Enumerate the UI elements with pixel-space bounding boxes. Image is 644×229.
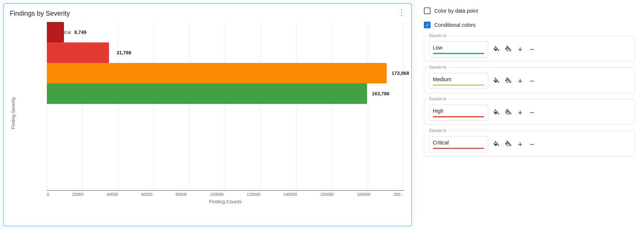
- condition-value-box-high[interactable]: High: [429, 105, 488, 121]
- conditional-colors-checkbox[interactable]: ✓: [424, 22, 431, 28]
- equals-to-label-high: Equals to: [428, 96, 448, 101]
- bar-row-low: Low163,786: [47, 83, 404, 104]
- chart-body: Finding Severity: [10, 22, 404, 204]
- paint-bucket-outline-icon-low[interactable]: [503, 44, 513, 55]
- y-axis-label: Finding Severity: [11, 97, 16, 129]
- bar-row-medium: Medium173,968: [47, 63, 404, 83]
- add-condition-button-medium[interactable]: +: [515, 76, 525, 86]
- condition-block-medium: Equals to Medium + −: [424, 67, 635, 93]
- condition-content-high: High + −: [429, 105, 630, 121]
- paint-bucket-filled-icon-high[interactable]: [491, 108, 502, 118]
- x-axis: 0200004000060000800001000001200001400001…: [47, 190, 404, 204]
- add-condition-button-low[interactable]: +: [515, 44, 525, 55]
- x-tick-9: 180000: [357, 192, 371, 197]
- condition-actions-medium: + −: [491, 76, 537, 86]
- x-tick-0: 0: [47, 192, 49, 197]
- bar-value-high: 31,788: [116, 50, 131, 55]
- condition-content-medium: Medium + −: [429, 73, 630, 89]
- chart-panel: Findings by Severity ⋮ Finding Severity: [3, 3, 412, 226]
- paint-bucket-filled-icon-medium[interactable]: [491, 76, 502, 86]
- equals-to-label-critical: Equals to: [428, 128, 448, 133]
- x-tick-1: 20000: [72, 192, 84, 197]
- condition-value-medium: Medium: [433, 76, 484, 82]
- condition-value-low: Low: [433, 45, 484, 51]
- x-axis-label: Finding Counts: [47, 199, 404, 204]
- x-tick-7: 140000: [283, 192, 297, 197]
- condition-actions-high: + −: [491, 108, 537, 118]
- remove-condition-button-medium[interactable]: −: [527, 76, 537, 86]
- y-axis-label-container: Finding Severity: [10, 22, 17, 204]
- equals-to-label-medium: Equals to: [428, 65, 448, 69]
- condition-value-critical: Critical: [433, 140, 484, 146]
- remove-condition-button-low[interactable]: −: [527, 44, 537, 55]
- add-condition-button-critical[interactable]: +: [515, 139, 525, 150]
- paint-bucket-filled-icon-low[interactable]: [491, 44, 502, 55]
- color-by-data-point-checkbox[interactable]: [424, 7, 431, 14]
- condition-value-high: High: [433, 108, 484, 114]
- bars-area: Critical8,749High31,788Medium173,968Low1…: [17, 22, 404, 190]
- condition-value-box-critical[interactable]: Critical: [429, 136, 488, 152]
- add-condition-button-high[interactable]: +: [515, 108, 525, 118]
- paint-bucket-outline-icon-medium[interactable]: [503, 76, 513, 86]
- condition-value-box-low[interactable]: Low: [429, 41, 488, 57]
- condition-actions-low: + −: [491, 44, 537, 55]
- condition-actions-critical: + −: [491, 139, 537, 150]
- bar-row-high: High31,788: [47, 42, 404, 63]
- x-tick-4: 80000: [176, 192, 187, 197]
- bar-track-low: 163,786: [47, 83, 404, 104]
- color-by-data-point-row: Color by data point: [424, 7, 635, 14]
- bar-row-critical: Critical8,749: [47, 22, 404, 42]
- condition-content-critical: Critical + −: [429, 136, 630, 152]
- config-panel: Color by data point ✓ Conditional colors…: [415, 0, 644, 229]
- x-axis-ticks: 0200004000060000800001000001200001400001…: [47, 191, 404, 197]
- chart-menu-button[interactable]: ⋮: [398, 9, 405, 16]
- bar-critical: 8,749: [47, 22, 64, 42]
- condition-color-bar-high: [433, 116, 484, 117]
- condition-color-bar-critical: [433, 148, 484, 149]
- x-tick-10: 200...: [393, 192, 404, 197]
- bar-low: 163,786: [47, 83, 367, 104]
- bar-value-low: 163,786: [372, 91, 389, 96]
- condition-block-critical: Equals to Critical + −: [424, 131, 635, 156]
- bar-high: 31,788: [47, 42, 109, 63]
- conditional-colors-row: ✓ Conditional colors: [424, 22, 635, 28]
- remove-condition-button-high[interactable]: −: [527, 108, 537, 118]
- x-tick-5: 100000: [210, 192, 224, 197]
- bar-track-critical: 8,749: [47, 22, 404, 42]
- bar-track-medium: 173,968: [47, 63, 404, 83]
- condition-color-bar-low: [433, 53, 484, 54]
- chart-title: Findings by Severity: [10, 10, 404, 18]
- condition-color-bar-medium: [433, 85, 484, 86]
- condition-value-box-medium[interactable]: Medium: [429, 73, 488, 89]
- paint-bucket-outline-icon-critical[interactable]: [503, 139, 513, 150]
- x-tick-8: 160000: [320, 192, 334, 197]
- condition-block-low: Equals to Low + −: [424, 36, 635, 61]
- bar-track-high: 31,788: [47, 42, 404, 63]
- x-tick-3: 60000: [141, 192, 152, 197]
- x-tick-2: 40000: [107, 192, 118, 197]
- remove-condition-button-critical[interactable]: −: [527, 139, 537, 150]
- conditional-colors-label: Conditional colors: [434, 22, 476, 28]
- bar-value-critical: 8,749: [74, 29, 87, 35]
- bar-medium: 173,968: [47, 63, 387, 83]
- paint-bucket-outline-icon-high[interactable]: [503, 108, 513, 118]
- paint-bucket-filled-icon-critical[interactable]: [491, 139, 502, 150]
- bar-value-medium: 173,968: [392, 70, 409, 76]
- bar-rows-container: Critical8,749High31,788Medium173,968Low1…: [47, 22, 404, 104]
- chart-content: Critical8,749High31,788Medium173,968Low1…: [17, 22, 404, 204]
- color-by-data-point-label: Color by data point: [434, 8, 478, 14]
- x-tick-6: 120000: [247, 192, 260, 197]
- equals-to-label-low: Equals to: [428, 33, 448, 38]
- condition-block-high: Equals to High + −: [424, 99, 635, 125]
- condition-content-low: Low + −: [429, 41, 630, 57]
- conditions-container: Equals to Low + − Equals to: [424, 36, 635, 156]
